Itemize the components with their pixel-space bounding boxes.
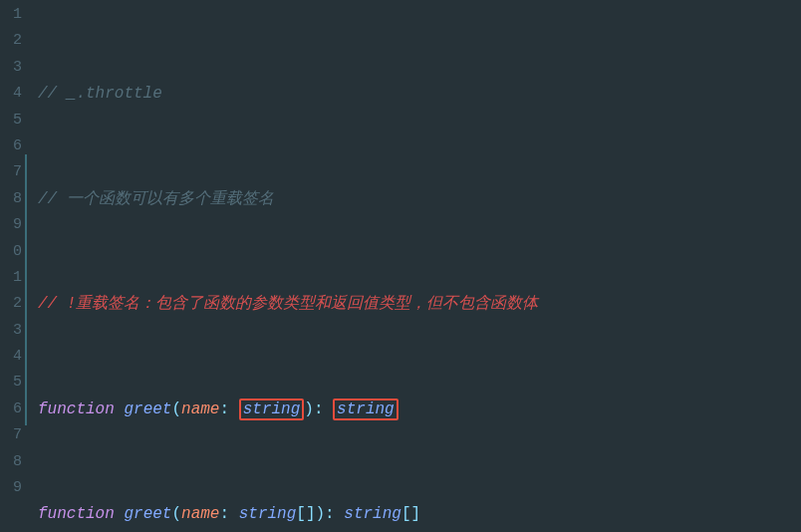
line-number: 5 <box>0 370 22 396</box>
code-line[interactable]: // _.throttle <box>38 81 586 107</box>
type-annotation: string <box>239 505 297 523</box>
line-number: 3 <box>0 55 22 81</box>
code-line[interactable]: function greet(name: string): string <box>38 397 586 422</box>
line-number: 4 <box>0 81 22 107</box>
keyword-function: function <box>38 505 115 523</box>
line-number: 2 <box>0 291 22 317</box>
line-number: 4 <box>0 344 22 370</box>
line-number: 3 <box>0 318 22 344</box>
code-editor[interactable]: 1 2 3 4 5 6 7 8 9 0 1 2 3 4 5 6 7 8 9 //… <box>0 0 801 532</box>
code-line[interactable]: // 一个函数可以有多个重载签名 <box>38 186 586 212</box>
param-name: name <box>181 400 219 418</box>
param-name: name <box>181 505 219 523</box>
code-line[interactable]: // !重载签名：包含了函数的参数类型和返回值类型，但不包含函数体 <box>38 291 586 317</box>
line-number: 1 <box>0 2 22 28</box>
keyword-function: function <box>38 400 115 418</box>
line-number: 7 <box>0 422 22 448</box>
line-number: 8 <box>0 186 22 212</box>
line-number-gutter: 1 2 3 4 5 6 7 8 9 0 1 2 3 4 5 6 7 8 9 <box>0 0 24 532</box>
comment-important: // !重载签名：包含了函数的参数类型和返回值类型，但不包含函数体 <box>38 295 538 313</box>
line-number: 6 <box>0 133 22 159</box>
line-number: 9 <box>0 212 22 238</box>
function-name: greet <box>124 505 171 523</box>
function-name: greet <box>124 400 171 418</box>
line-number: 8 <box>0 449 22 475</box>
return-type-boxed: string <box>333 399 399 420</box>
line-number: 2 <box>0 28 22 54</box>
line-number: 6 <box>0 397 22 422</box>
code-line[interactable]: function greet(name: string[]): string[] <box>38 501 586 527</box>
comment: // 一个函数可以有多个重载签名 <box>38 190 274 208</box>
return-type: string <box>344 505 401 523</box>
comment: // _.throttle <box>38 85 162 103</box>
line-number: 5 <box>0 108 22 133</box>
code-area[interactable]: // _.throttle // 一个函数可以有多个重载签名 // !重载签名：… <box>28 0 586 532</box>
type-annotation-boxed: string <box>239 399 305 420</box>
line-number: 9 <box>0 475 22 501</box>
line-number: 7 <box>0 159 22 185</box>
line-number: 1 <box>0 265 22 291</box>
line-number: 0 <box>0 239 22 265</box>
